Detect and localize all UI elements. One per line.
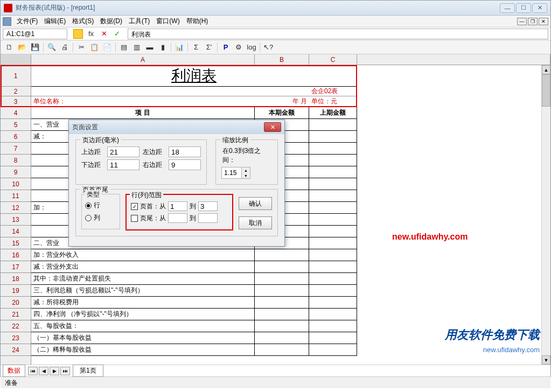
confirm-edit-icon[interactable]: ✓ <box>111 29 122 39</box>
p-icon[interactable]: P <box>220 41 232 53</box>
header-checkbox[interactable]: ✓ <box>131 203 138 210</box>
cell-c10[interactable] <box>309 178 357 190</box>
cell-c11[interactable] <box>309 190 357 201</box>
new-icon[interactable]: 🗋 <box>3 41 15 53</box>
cell-b18[interactable] <box>255 273 309 284</box>
cell-b17[interactable] <box>255 261 309 272</box>
cell-c15[interactable] <box>309 237 357 249</box>
row-header-16[interactable]: 16 <box>1 249 31 261</box>
row-header-21[interactable]: 21 <box>1 309 31 320</box>
cancel-button[interactable]: 取消 <box>239 216 272 229</box>
cell-a16[interactable]: 加：营业外收入 <box>31 249 255 261</box>
col-header-b[interactable]: B <box>255 54 309 65</box>
chart-icon[interactable]: 📊 <box>173 41 185 53</box>
ok-button[interactable]: 确认 <box>239 197 272 210</box>
report-title-cell[interactable]: 利润表 <box>31 65 357 87</box>
row-header-8[interactable]: 8 <box>1 155 31 166</box>
cell-c8[interactable] <box>309 155 357 166</box>
print-icon[interactable]: 🖨 <box>59 41 71 53</box>
nav-next-icon[interactable]: ▶ <box>50 367 59 375</box>
mdi-minimize[interactable]: — <box>517 18 527 25</box>
footer-checkbox[interactable] <box>131 215 138 222</box>
nav-prev-icon[interactable]: ◀ <box>39 367 48 375</box>
mdi-close[interactable]: ✕ <box>539 18 548 25</box>
preview-icon[interactable]: 🔍 <box>46 41 58 53</box>
dialog-titlebar[interactable]: 页面设置 ✕ <box>69 120 284 134</box>
cell-c7[interactable] <box>309 143 357 154</box>
nav-last-icon[interactable]: ⏭ <box>60 367 70 375</box>
header-prior[interactable]: 上期金额 <box>309 107 357 118</box>
cell-c20[interactable] <box>309 297 357 308</box>
menu-window[interactable]: 窗口(W) <box>153 16 183 27</box>
row-header-15[interactable]: 15 <box>1 237 31 249</box>
log-icon[interactable]: log <box>246 41 257 53</box>
header-current[interactable]: 本期金额 <box>255 107 309 118</box>
row-header-18[interactable]: 18 <box>1 273 31 285</box>
col-header-a[interactable]: A <box>31 54 255 65</box>
row-header-3[interactable]: 3 <box>1 96 31 107</box>
save-icon[interactable]: 💾 <box>29 41 41 53</box>
sum-icon[interactable]: Σ <box>190 41 202 53</box>
formula-content[interactable]: 利润表 <box>128 29 548 39</box>
cell-b23[interactable] <box>255 332 309 344</box>
maximize-button[interactable]: ☐ <box>516 3 531 13</box>
cell-c6[interactable] <box>309 131 357 142</box>
mdi-restore[interactable]: ❐ <box>528 18 538 25</box>
menu-format[interactable]: 格式(S) <box>69 16 97 27</box>
close-button[interactable]: ✕ <box>532 3 547 13</box>
cell-c17[interactable] <box>309 261 357 272</box>
cell-b22[interactable] <box>255 320 309 332</box>
select-all-corner[interactable] <box>1 54 31 65</box>
menu-help[interactable]: 帮助(H) <box>183 16 212 27</box>
menu-edit[interactable]: 编辑(E) <box>41 16 69 27</box>
spinner-up-icon[interactable]: ▲ <box>241 167 250 173</box>
dialog-close-button[interactable]: ✕ <box>264 122 281 132</box>
cell-c14[interactable] <box>309 226 357 237</box>
right-margin-input[interactable] <box>169 159 201 170</box>
row-header-7[interactable]: 7 <box>1 143 31 155</box>
cell-c23[interactable] <box>309 332 357 344</box>
row-header-13[interactable]: 13 <box>1 214 31 226</box>
row-header-5[interactable]: 5 <box>1 119 31 131</box>
cell-c22[interactable] <box>309 320 357 332</box>
delete-row-icon[interactable]: ▬ <box>144 41 156 53</box>
delete-col-icon[interactable]: ▮ <box>157 41 169 53</box>
cell-c24[interactable] <box>309 344 357 355</box>
insert-row-icon[interactable]: ▤ <box>118 41 130 53</box>
open-icon[interactable]: 📂 <box>16 41 28 53</box>
cell-a23[interactable]: （一）基本每股收益 <box>31 332 255 344</box>
cell-b21[interactable] <box>255 309 309 320</box>
nav-first-icon[interactable]: ⏮ <box>28 367 38 375</box>
cell-b2[interactable] <box>255 87 309 96</box>
sigma2-icon[interactable]: Σ' <box>203 41 215 53</box>
menu-tools[interactable]: 工具(T) <box>125 16 153 27</box>
cell-b3[interactable]: 年 月 <box>255 96 309 107</box>
row-header-6[interactable]: 6 <box>1 131 31 143</box>
row-header-24[interactable]: 24 <box>1 344 31 356</box>
header-to-input[interactable] <box>198 201 218 211</box>
cell-c5[interactable] <box>309 119 357 130</box>
tool-icon[interactable]: ⚙ <box>233 41 245 53</box>
minimize-button[interactable]: — <box>500 3 515 13</box>
footer-from-input[interactable] <box>168 213 187 223</box>
row-header-12[interactable]: 12 <box>1 202 31 214</box>
cell-c2[interactable]: 会企02表 <box>309 87 357 96</box>
cell-a3[interactable]: 单位名称： <box>31 96 255 107</box>
header-from-input[interactable] <box>168 201 187 211</box>
cell-a22[interactable]: 五、每股收益： <box>31 320 255 332</box>
cell-a24[interactable]: （二）稀释每股收益 <box>31 344 255 355</box>
cell-c12[interactable] <box>309 202 357 213</box>
cell-a21[interactable]: 四、净利润 （净亏损以"-"号填列） <box>31 309 255 320</box>
cell-a2[interactable] <box>31 87 255 96</box>
row-header-17[interactable]: 17 <box>1 261 31 273</box>
cell-a18[interactable]: 其中：非流动资产处置损失 <box>31 273 255 284</box>
menu-data[interactable]: 数据(D) <box>97 16 125 27</box>
cell-c21[interactable] <box>309 309 357 320</box>
bottom-margin-input[interactable] <box>107 159 140 170</box>
cell-c13[interactable] <box>309 214 357 225</box>
row-header-19[interactable]: 19 <box>1 285 31 297</box>
cell-a20[interactable]: 减：所得税费用 <box>31 297 255 308</box>
left-margin-input[interactable] <box>169 146 201 157</box>
cancel-edit-icon[interactable]: ✕ <box>99 29 109 39</box>
cell-c9[interactable] <box>309 166 357 178</box>
